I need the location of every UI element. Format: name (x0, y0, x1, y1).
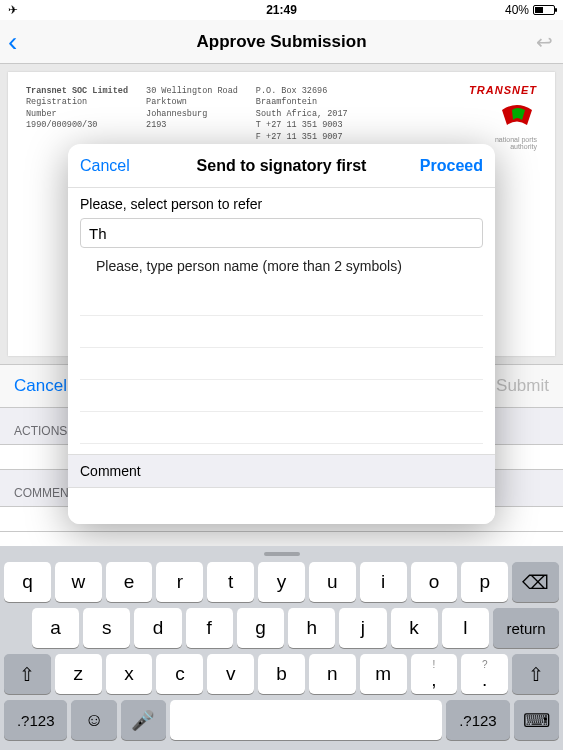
key-period[interactable]: ?. (461, 654, 508, 694)
send-signatory-modal: Cancel Send to signatory first Proceed P… (68, 144, 495, 524)
select-person-label: Please, select person to refer (80, 196, 483, 212)
key-u[interactable]: u (309, 562, 356, 602)
key-return[interactable]: return (493, 608, 559, 648)
key-k[interactable]: k (391, 608, 438, 648)
page-title: Approve Submission (196, 32, 366, 52)
key-y[interactable]: y (258, 562, 305, 602)
brand-logo: TRANSNET national portsauthority (469, 84, 537, 150)
battery-icon (533, 5, 555, 15)
key-f[interactable]: f (186, 608, 233, 648)
nav-bar: ‹ Approve Submission ↩︎ (0, 20, 563, 64)
key-z[interactable]: z (55, 654, 102, 694)
comment-input[interactable] (68, 488, 495, 524)
key-o[interactable]: o (411, 562, 458, 602)
key-l[interactable]: l (442, 608, 489, 648)
doc-company: Transnet SOC Limited (26, 86, 128, 97)
under-submit-button: Submit (496, 376, 549, 396)
key-b[interactable]: b (258, 654, 305, 694)
key-s[interactable]: s (83, 608, 130, 648)
modal-title: Send to signatory first (197, 157, 367, 175)
key-c[interactable]: c (156, 654, 203, 694)
key-shift-right[interactable]: ⇧ (512, 654, 559, 694)
key-n[interactable]: n (309, 654, 356, 694)
airplane-icon: ✈︎ (8, 3, 18, 17)
key-a[interactable]: a (32, 608, 79, 648)
list-item (80, 380, 483, 412)
status-time: 21:49 (266, 3, 297, 17)
person-search-input[interactable] (80, 218, 483, 248)
key-space[interactable] (170, 700, 442, 740)
key-w[interactable]: w (55, 562, 102, 602)
modal-cancel-button[interactable]: Cancel (80, 157, 130, 175)
list-item (80, 412, 483, 444)
list-item (80, 284, 483, 316)
key-d[interactable]: d (134, 608, 181, 648)
key-numbers-left[interactable]: .?123 (4, 700, 67, 740)
key-x[interactable]: x (106, 654, 153, 694)
list-item (80, 316, 483, 348)
list-item (80, 348, 483, 380)
keyboard-row-4: .?123 ☺ 🎤 .?123 ⌨ (4, 700, 559, 740)
keyboard: q w e r t y u i o p ⌫ a s d f g h j k l … (0, 546, 563, 750)
key-e[interactable]: e (106, 562, 153, 602)
battery-percent: 40% (505, 3, 529, 17)
key-comma[interactable]: !, (411, 654, 458, 694)
key-mic[interactable]: 🎤 (121, 700, 166, 740)
keyboard-handle[interactable] (264, 552, 300, 556)
key-v[interactable]: v (207, 654, 254, 694)
keyboard-row-2: a s d f g h j k l return (4, 608, 559, 648)
key-j[interactable]: j (339, 608, 386, 648)
back-button[interactable]: ‹ (8, 28, 17, 56)
modal-proceed-button[interactable]: Proceed (420, 157, 483, 175)
key-m[interactable]: m (360, 654, 407, 694)
key-backspace[interactable]: ⌫ (512, 562, 559, 602)
search-hint: Please, type person name (more than 2 sy… (80, 248, 483, 284)
keyboard-row-3: ⇧ z x c v b n m !, ?. ⇧ (4, 654, 559, 694)
comment-label: Comment (68, 454, 495, 488)
key-i[interactable]: i (360, 562, 407, 602)
key-h[interactable]: h (288, 608, 335, 648)
key-q[interactable]: q (4, 562, 51, 602)
under-cancel-button[interactable]: Cancel (14, 376, 67, 396)
key-t[interactable]: t (207, 562, 254, 602)
key-dismiss-keyboard[interactable]: ⌨ (514, 700, 559, 740)
status-bar: ✈︎ 21:49 40% (0, 0, 563, 20)
key-numbers-right[interactable]: .?123 (446, 700, 509, 740)
key-r[interactable]: r (156, 562, 203, 602)
key-emoji[interactable]: ☺ (71, 700, 116, 740)
keyboard-row-1: q w e r t y u i o p ⌫ (4, 562, 559, 602)
key-shift-left[interactable]: ⇧ (4, 654, 51, 694)
key-g[interactable]: g (237, 608, 284, 648)
share-icon[interactable]: ↩︎ (536, 30, 553, 54)
key-p[interactable]: p (461, 562, 508, 602)
